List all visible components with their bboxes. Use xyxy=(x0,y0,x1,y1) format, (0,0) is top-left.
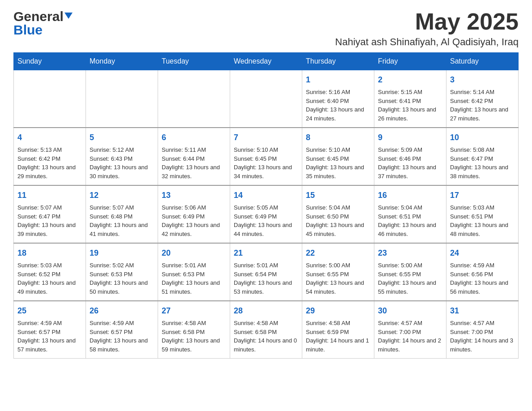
day-info: Sunrise: 5:06 AM Sunset: 6:49 PM Dayligh… xyxy=(162,203,226,238)
day-number: 8 xyxy=(306,132,370,144)
day-info: Sunrise: 5:00 AM Sunset: 6:55 PM Dayligh… xyxy=(378,261,442,296)
calendar-table: Sunday Monday Tuesday Wednesday Thursday… xyxy=(13,52,519,359)
table-row: 1Sunrise: 5:16 AM Sunset: 6:40 PM Daylig… xyxy=(302,70,374,128)
table-row xyxy=(86,70,158,128)
table-row: 8Sunrise: 5:10 AM Sunset: 6:45 PM Daylig… xyxy=(302,128,374,185)
day-info: Sunrise: 5:03 AM Sunset: 6:51 PM Dayligh… xyxy=(450,203,515,238)
day-number: 4 xyxy=(17,132,82,144)
day-info: Sunrise: 5:15 AM Sunset: 6:41 PM Dayligh… xyxy=(378,88,442,123)
day-number: 9 xyxy=(378,132,442,144)
day-info: Sunrise: 5:07 AM Sunset: 6:47 PM Dayligh… xyxy=(17,203,82,238)
day-number: 27 xyxy=(162,305,226,317)
day-number: 12 xyxy=(90,189,154,201)
day-number: 21 xyxy=(234,247,298,259)
header-wednesday: Wednesday xyxy=(230,53,302,70)
header-thursday: Thursday xyxy=(302,53,374,70)
day-info: Sunrise: 4:58 AM Sunset: 6:59 PM Dayligh… xyxy=(306,319,370,354)
table-row: 6Sunrise: 5:11 AM Sunset: 6:44 PM Daylig… xyxy=(158,128,230,185)
day-number: 10 xyxy=(450,132,515,144)
day-number: 14 xyxy=(234,189,298,201)
page-header: General Blue May 2025 Nahiyat ash Shinaf… xyxy=(13,9,519,48)
day-number: 3 xyxy=(450,74,515,86)
day-info: Sunrise: 5:09 AM Sunset: 6:46 PM Dayligh… xyxy=(378,146,442,180)
header-sunday: Sunday xyxy=(14,53,86,70)
table-row: 13Sunrise: 5:06 AM Sunset: 6:49 PM Dayli… xyxy=(158,185,230,243)
table-row: 17Sunrise: 5:03 AM Sunset: 6:51 PM Dayli… xyxy=(446,185,519,243)
table-row: 2Sunrise: 5:15 AM Sunset: 6:41 PM Daylig… xyxy=(374,70,446,128)
calendar-header-row: Sunday Monday Tuesday Wednesday Thursday… xyxy=(14,53,519,70)
logo: General Blue xyxy=(13,9,73,38)
table-row: 22Sunrise: 5:00 AM Sunset: 6:55 PM Dayli… xyxy=(302,243,374,301)
table-row xyxy=(158,70,230,128)
table-row: 27Sunrise: 4:58 AM Sunset: 6:58 PM Dayli… xyxy=(158,301,230,359)
day-number: 23 xyxy=(378,247,442,259)
table-row: 3Sunrise: 5:14 AM Sunset: 6:42 PM Daylig… xyxy=(446,70,519,128)
table-row: 14Sunrise: 5:05 AM Sunset: 6:49 PM Dayli… xyxy=(230,185,302,243)
table-row: 11Sunrise: 5:07 AM Sunset: 6:47 PM Dayli… xyxy=(14,185,86,243)
day-info: Sunrise: 5:00 AM Sunset: 6:55 PM Dayligh… xyxy=(306,261,370,296)
day-number: 25 xyxy=(17,305,82,317)
day-number: 18 xyxy=(17,247,82,259)
day-info: Sunrise: 4:59 AM Sunset: 6:56 PM Dayligh… xyxy=(450,261,515,296)
table-row: 21Sunrise: 5:01 AM Sunset: 6:54 PM Dayli… xyxy=(230,243,302,301)
day-number: 1 xyxy=(306,74,370,86)
table-row: 24Sunrise: 4:59 AM Sunset: 6:56 PM Dayli… xyxy=(446,243,519,301)
calendar-week-row: 1Sunrise: 5:16 AM Sunset: 6:40 PM Daylig… xyxy=(14,70,519,128)
day-number: 24 xyxy=(450,247,515,259)
table-row: 7Sunrise: 5:10 AM Sunset: 6:45 PM Daylig… xyxy=(230,128,302,185)
day-info: Sunrise: 5:01 AM Sunset: 6:53 PM Dayligh… xyxy=(162,261,226,296)
header-friday: Friday xyxy=(374,53,446,70)
day-info: Sunrise: 5:16 AM Sunset: 6:40 PM Dayligh… xyxy=(306,88,370,123)
table-row: 30Sunrise: 4:57 AM Sunset: 7:00 PM Dayli… xyxy=(374,301,446,359)
day-number: 6 xyxy=(162,132,226,144)
day-info: Sunrise: 4:57 AM Sunset: 7:00 PM Dayligh… xyxy=(450,319,515,354)
table-row: 19Sunrise: 5:02 AM Sunset: 6:53 PM Dayli… xyxy=(86,243,158,301)
day-info: Sunrise: 5:01 AM Sunset: 6:54 PM Dayligh… xyxy=(234,261,298,296)
day-number: 16 xyxy=(378,189,442,201)
day-number: 2 xyxy=(378,74,442,86)
day-number: 19 xyxy=(90,247,154,259)
table-row: 23Sunrise: 5:00 AM Sunset: 6:55 PM Dayli… xyxy=(374,243,446,301)
title-section: May 2025 Nahiyat ash Shinafiyah, Al Qadi… xyxy=(335,9,519,48)
day-info: Sunrise: 5:04 AM Sunset: 6:50 PM Dayligh… xyxy=(306,203,370,238)
table-row: 5Sunrise: 5:12 AM Sunset: 6:43 PM Daylig… xyxy=(86,128,158,185)
day-info: Sunrise: 4:58 AM Sunset: 6:58 PM Dayligh… xyxy=(234,319,298,354)
day-number: 29 xyxy=(306,305,370,317)
day-info: Sunrise: 4:59 AM Sunset: 6:57 PM Dayligh… xyxy=(90,319,154,354)
day-number: 13 xyxy=(162,189,226,201)
day-number: 15 xyxy=(306,189,370,201)
logo-text-blue: Blue xyxy=(13,22,43,38)
day-number: 5 xyxy=(90,132,154,144)
day-info: Sunrise: 5:07 AM Sunset: 6:48 PM Dayligh… xyxy=(90,203,154,238)
table-row: 16Sunrise: 5:04 AM Sunset: 6:51 PM Dayli… xyxy=(374,185,446,243)
day-info: Sunrise: 5:10 AM Sunset: 6:45 PM Dayligh… xyxy=(306,146,370,180)
table-row: 31Sunrise: 4:57 AM Sunset: 7:00 PM Dayli… xyxy=(446,301,519,359)
calendar-week-row: 11Sunrise: 5:07 AM Sunset: 6:47 PM Dayli… xyxy=(14,185,519,243)
header-saturday: Saturday xyxy=(446,53,519,70)
table-row: 18Sunrise: 5:03 AM Sunset: 6:52 PM Dayli… xyxy=(14,243,86,301)
day-number: 31 xyxy=(450,305,515,317)
table-row xyxy=(230,70,302,128)
table-row: 9Sunrise: 5:09 AM Sunset: 6:46 PM Daylig… xyxy=(374,128,446,185)
table-row: 20Sunrise: 5:01 AM Sunset: 6:53 PM Dayli… xyxy=(158,243,230,301)
logo-text-general: General xyxy=(13,9,64,24)
table-row: 25Sunrise: 4:59 AM Sunset: 6:57 PM Dayli… xyxy=(14,301,86,359)
day-info: Sunrise: 5:11 AM Sunset: 6:44 PM Dayligh… xyxy=(162,146,226,180)
day-info: Sunrise: 5:13 AM Sunset: 6:42 PM Dayligh… xyxy=(17,146,82,180)
day-info: Sunrise: 5:04 AM Sunset: 6:51 PM Dayligh… xyxy=(378,203,442,238)
day-number: 26 xyxy=(90,305,154,317)
day-info: Sunrise: 5:03 AM Sunset: 6:52 PM Dayligh… xyxy=(17,261,82,296)
header-monday: Monday xyxy=(86,53,158,70)
day-number: 20 xyxy=(162,247,226,259)
location-title: Nahiyat ash Shinafiyah, Al Qadisiyah, Ir… xyxy=(335,36,519,48)
logo-triangle xyxy=(64,13,73,19)
month-title: May 2025 xyxy=(335,9,519,34)
header-tuesday: Tuesday xyxy=(158,53,230,70)
day-info: Sunrise: 5:08 AM Sunset: 6:47 PM Dayligh… xyxy=(450,146,515,180)
day-info: Sunrise: 5:02 AM Sunset: 6:53 PM Dayligh… xyxy=(90,261,154,296)
day-number: 28 xyxy=(234,305,298,317)
day-number: 22 xyxy=(306,247,370,259)
day-number: 11 xyxy=(17,189,82,201)
table-row: 28Sunrise: 4:58 AM Sunset: 6:58 PM Dayli… xyxy=(230,301,302,359)
day-info: Sunrise: 5:05 AM Sunset: 6:49 PM Dayligh… xyxy=(234,203,298,238)
